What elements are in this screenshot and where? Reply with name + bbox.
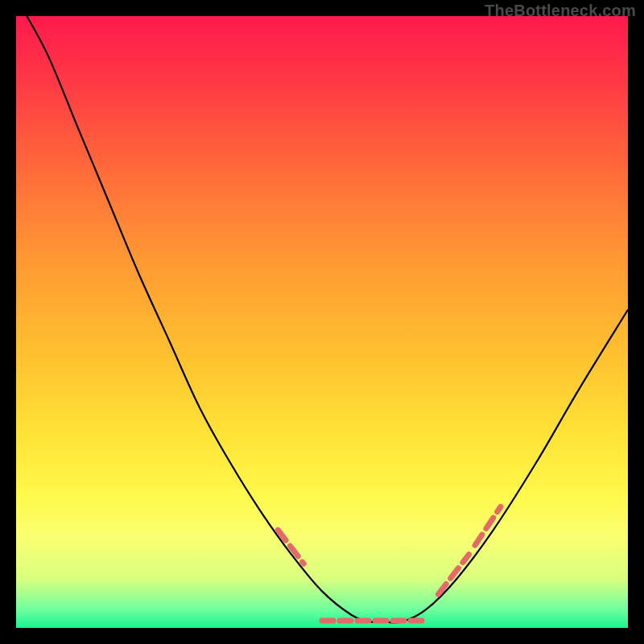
plot-area <box>16 16 628 628</box>
bottleneck-curve <box>16 0 628 623</box>
curve-svg <box>16 16 628 628</box>
highlight-dash-left <box>278 530 303 564</box>
watermark-text: TheBottleneck.com <box>485 2 636 20</box>
chart-frame: TheBottleneck.com <box>0 0 644 644</box>
highlight-dash-right-a <box>438 555 469 594</box>
